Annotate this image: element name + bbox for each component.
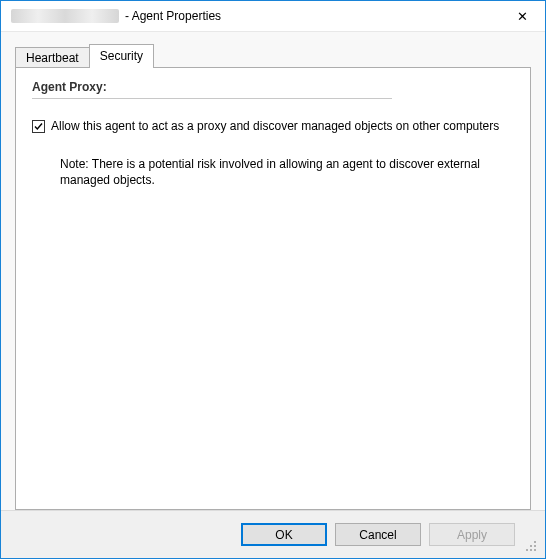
ok-button[interactable]: OK [241, 523, 327, 546]
dialog-body: Heartbeat Security Agent Proxy: Allow th… [1, 32, 545, 558]
client-area: Heartbeat Security Agent Proxy: Allow th… [1, 32, 545, 510]
window-title-suffix: - Agent Properties [125, 9, 221, 23]
close-icon: ✕ [517, 10, 528, 23]
proxy-checkbox[interactable] [32, 120, 45, 133]
title-hostname-redacted [11, 9, 119, 23]
cancel-button[interactable]: Cancel [335, 523, 421, 546]
section-header-agent-proxy: Agent Proxy: [32, 80, 514, 98]
proxy-checkbox-row: Allow this agent to act as a proxy and d… [32, 119, 514, 134]
tabpage-security: Agent Proxy: Allow this agent to act as … [15, 67, 531, 510]
dialog-window: - Agent Properties ✕ Heartbeat Security … [0, 0, 546, 559]
tab-security[interactable]: Security [89, 44, 154, 68]
tab-heartbeat[interactable]: Heartbeat [15, 47, 90, 69]
dialog-footer: OK Cancel Apply [1, 510, 545, 558]
checkmark-icon [33, 121, 44, 132]
close-button[interactable]: ✕ [500, 2, 545, 31]
tabstrip: Heartbeat Security [15, 46, 531, 68]
section-underline [32, 98, 392, 99]
proxy-checkbox-label[interactable]: Allow this agent to act as a proxy and d… [51, 119, 499, 134]
titlebar[interactable]: - Agent Properties ✕ [1, 1, 545, 32]
apply-button: Apply [429, 523, 515, 546]
resize-grip[interactable] [523, 538, 539, 554]
proxy-note: Note: There is a potential risk involved… [60, 156, 480, 188]
